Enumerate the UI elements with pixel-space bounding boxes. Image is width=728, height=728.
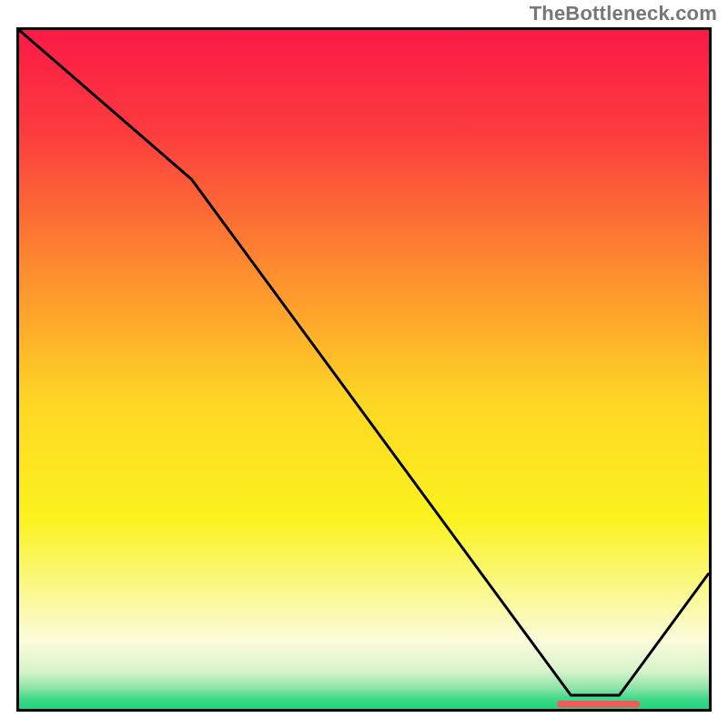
watermark-text: TheBottleneck.com	[530, 2, 717, 25]
target-marker	[19, 30, 709, 709]
svg-rect-1	[557, 701, 640, 707]
chart-stage: TheBottleneck.com	[0, 0, 728, 728]
plot-area	[16, 27, 712, 712]
